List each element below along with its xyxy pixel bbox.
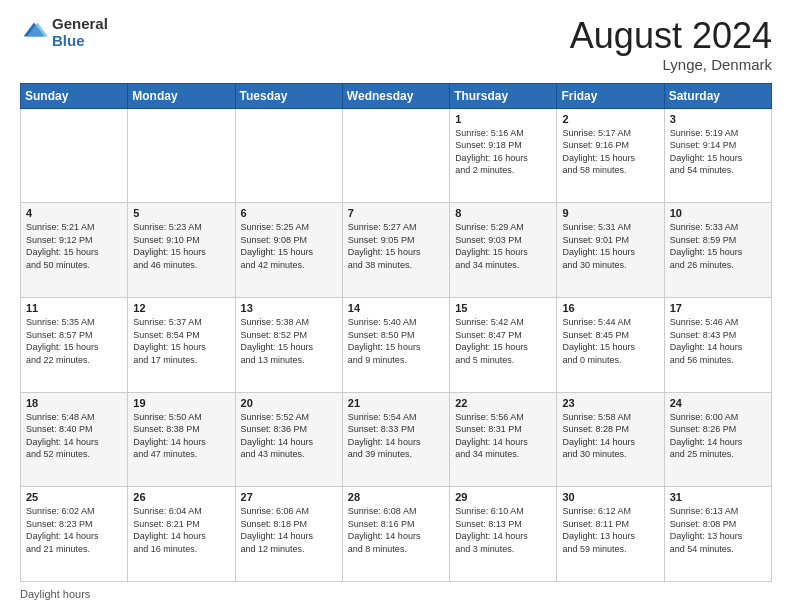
day-cell-3-4: 22Sunrise: 5:56 AM Sunset: 8:31 PM Dayli… bbox=[450, 392, 557, 487]
week-row-4: 25Sunrise: 6:02 AM Sunset: 8:23 PM Dayli… bbox=[21, 487, 772, 582]
header-wednesday: Wednesday bbox=[342, 83, 449, 108]
header-saturday: Saturday bbox=[664, 83, 771, 108]
day-info-1-6: Sunrise: 5:33 AM Sunset: 8:59 PM Dayligh… bbox=[670, 221, 766, 271]
day-number-2-0: 11 bbox=[26, 302, 122, 314]
day-number-2-5: 16 bbox=[562, 302, 658, 314]
day-cell-2-6: 17Sunrise: 5:46 AM Sunset: 8:43 PM Dayli… bbox=[664, 297, 771, 392]
day-number-1-3: 7 bbox=[348, 207, 444, 219]
week-row-3: 18Sunrise: 5:48 AM Sunset: 8:40 PM Dayli… bbox=[21, 392, 772, 487]
header-friday: Friday bbox=[557, 83, 664, 108]
day-cell-3-5: 23Sunrise: 5:58 AM Sunset: 8:28 PM Dayli… bbox=[557, 392, 664, 487]
day-number-3-1: 19 bbox=[133, 397, 229, 409]
day-info-2-6: Sunrise: 5:46 AM Sunset: 8:43 PM Dayligh… bbox=[670, 316, 766, 366]
logo-blue: Blue bbox=[52, 33, 108, 50]
day-info-4-3: Sunrise: 6:08 AM Sunset: 8:16 PM Dayligh… bbox=[348, 505, 444, 555]
header: General Blue August 2024 Lynge, Denmark bbox=[20, 16, 772, 73]
day-number-4-5: 30 bbox=[562, 491, 658, 503]
day-info-3-2: Sunrise: 5:52 AM Sunset: 8:36 PM Dayligh… bbox=[241, 411, 337, 461]
day-number-4-1: 26 bbox=[133, 491, 229, 503]
week-row-2: 11Sunrise: 5:35 AM Sunset: 8:57 PM Dayli… bbox=[21, 297, 772, 392]
day-cell-2-2: 13Sunrise: 5:38 AM Sunset: 8:52 PM Dayli… bbox=[235, 297, 342, 392]
day-number-4-0: 25 bbox=[26, 491, 122, 503]
day-number-3-6: 24 bbox=[670, 397, 766, 409]
day-cell-1-2: 6Sunrise: 5:25 AM Sunset: 9:08 PM Daylig… bbox=[235, 203, 342, 298]
day-number-2-3: 14 bbox=[348, 302, 444, 314]
day-cell-1-3: 7Sunrise: 5:27 AM Sunset: 9:05 PM Daylig… bbox=[342, 203, 449, 298]
day-info-1-1: Sunrise: 5:23 AM Sunset: 9:10 PM Dayligh… bbox=[133, 221, 229, 271]
day-number-4-4: 29 bbox=[455, 491, 551, 503]
day-cell-1-1: 5Sunrise: 5:23 AM Sunset: 9:10 PM Daylig… bbox=[128, 203, 235, 298]
header-monday: Monday bbox=[128, 83, 235, 108]
day-number-1-5: 9 bbox=[562, 207, 658, 219]
day-cell-3-2: 20Sunrise: 5:52 AM Sunset: 8:36 PM Dayli… bbox=[235, 392, 342, 487]
footer: Daylight hours bbox=[20, 588, 772, 600]
day-number-1-2: 6 bbox=[241, 207, 337, 219]
header-tuesday: Tuesday bbox=[235, 83, 342, 108]
day-info-1-3: Sunrise: 5:27 AM Sunset: 9:05 PM Dayligh… bbox=[348, 221, 444, 271]
calendar-table: Sunday Monday Tuesday Wednesday Thursday… bbox=[20, 83, 772, 582]
day-number-2-4: 15 bbox=[455, 302, 551, 314]
day-info-1-2: Sunrise: 5:25 AM Sunset: 9:08 PM Dayligh… bbox=[241, 221, 337, 271]
day-info-2-0: Sunrise: 5:35 AM Sunset: 8:57 PM Dayligh… bbox=[26, 316, 122, 366]
week-row-1: 4Sunrise: 5:21 AM Sunset: 9:12 PM Daylig… bbox=[21, 203, 772, 298]
day-cell-2-5: 16Sunrise: 5:44 AM Sunset: 8:45 PM Dayli… bbox=[557, 297, 664, 392]
day-info-0-5: Sunrise: 5:17 AM Sunset: 9:16 PM Dayligh… bbox=[562, 127, 658, 177]
day-info-2-2: Sunrise: 5:38 AM Sunset: 8:52 PM Dayligh… bbox=[241, 316, 337, 366]
day-cell-0-5: 2Sunrise: 5:17 AM Sunset: 9:16 PM Daylig… bbox=[557, 108, 664, 203]
day-info-3-1: Sunrise: 5:50 AM Sunset: 8:38 PM Dayligh… bbox=[133, 411, 229, 461]
day-info-2-4: Sunrise: 5:42 AM Sunset: 8:47 PM Dayligh… bbox=[455, 316, 551, 366]
day-info-2-5: Sunrise: 5:44 AM Sunset: 8:45 PM Dayligh… bbox=[562, 316, 658, 366]
day-cell-2-0: 11Sunrise: 5:35 AM Sunset: 8:57 PM Dayli… bbox=[21, 297, 128, 392]
day-info-0-4: Sunrise: 5:16 AM Sunset: 9:18 PM Dayligh… bbox=[455, 127, 551, 177]
day-cell-3-3: 21Sunrise: 5:54 AM Sunset: 8:33 PM Dayli… bbox=[342, 392, 449, 487]
day-cell-3-1: 19Sunrise: 5:50 AM Sunset: 8:38 PM Dayli… bbox=[128, 392, 235, 487]
logo: General Blue bbox=[20, 16, 108, 49]
day-cell-2-1: 12Sunrise: 5:37 AM Sunset: 8:54 PM Dayli… bbox=[128, 297, 235, 392]
day-info-1-5: Sunrise: 5:31 AM Sunset: 9:01 PM Dayligh… bbox=[562, 221, 658, 271]
day-info-0-6: Sunrise: 5:19 AM Sunset: 9:14 PM Dayligh… bbox=[670, 127, 766, 177]
day-cell-4-0: 25Sunrise: 6:02 AM Sunset: 8:23 PM Dayli… bbox=[21, 487, 128, 582]
day-info-4-6: Sunrise: 6:13 AM Sunset: 8:08 PM Dayligh… bbox=[670, 505, 766, 555]
day-number-1-1: 5 bbox=[133, 207, 229, 219]
day-info-3-3: Sunrise: 5:54 AM Sunset: 8:33 PM Dayligh… bbox=[348, 411, 444, 461]
day-cell-4-2: 27Sunrise: 6:06 AM Sunset: 8:18 PM Dayli… bbox=[235, 487, 342, 582]
day-cell-0-2 bbox=[235, 108, 342, 203]
day-number-3-2: 20 bbox=[241, 397, 337, 409]
day-number-3-4: 22 bbox=[455, 397, 551, 409]
page: General Blue August 2024 Lynge, Denmark … bbox=[0, 0, 792, 612]
day-info-1-4: Sunrise: 5:29 AM Sunset: 9:03 PM Dayligh… bbox=[455, 221, 551, 271]
day-info-3-5: Sunrise: 5:58 AM Sunset: 8:28 PM Dayligh… bbox=[562, 411, 658, 461]
day-info-2-1: Sunrise: 5:37 AM Sunset: 8:54 PM Dayligh… bbox=[133, 316, 229, 366]
day-cell-2-3: 14Sunrise: 5:40 AM Sunset: 8:50 PM Dayli… bbox=[342, 297, 449, 392]
day-number-2-6: 17 bbox=[670, 302, 766, 314]
day-info-2-3: Sunrise: 5:40 AM Sunset: 8:50 PM Dayligh… bbox=[348, 316, 444, 366]
day-cell-1-6: 10Sunrise: 5:33 AM Sunset: 8:59 PM Dayli… bbox=[664, 203, 771, 298]
day-info-4-5: Sunrise: 6:12 AM Sunset: 8:11 PM Dayligh… bbox=[562, 505, 658, 555]
daylight-hours-label: Daylight hours bbox=[20, 588, 90, 600]
week-row-0: 1Sunrise: 5:16 AM Sunset: 9:18 PM Daylig… bbox=[21, 108, 772, 203]
day-cell-0-4: 1Sunrise: 5:16 AM Sunset: 9:18 PM Daylig… bbox=[450, 108, 557, 203]
header-thursday: Thursday bbox=[450, 83, 557, 108]
calendar-subtitle: Lynge, Denmark bbox=[570, 56, 772, 73]
day-number-4-6: 31 bbox=[670, 491, 766, 503]
day-number-0-5: 2 bbox=[562, 113, 658, 125]
day-number-0-6: 3 bbox=[670, 113, 766, 125]
day-cell-1-0: 4Sunrise: 5:21 AM Sunset: 9:12 PM Daylig… bbox=[21, 203, 128, 298]
day-cell-2-4: 15Sunrise: 5:42 AM Sunset: 8:47 PM Dayli… bbox=[450, 297, 557, 392]
day-number-4-3: 28 bbox=[348, 491, 444, 503]
day-cell-0-6: 3Sunrise: 5:19 AM Sunset: 9:14 PM Daylig… bbox=[664, 108, 771, 203]
day-cell-1-5: 9Sunrise: 5:31 AM Sunset: 9:01 PM Daylig… bbox=[557, 203, 664, 298]
day-cell-0-1 bbox=[128, 108, 235, 203]
day-info-3-4: Sunrise: 5:56 AM Sunset: 8:31 PM Dayligh… bbox=[455, 411, 551, 461]
day-number-1-0: 4 bbox=[26, 207, 122, 219]
day-cell-4-5: 30Sunrise: 6:12 AM Sunset: 8:11 PM Dayli… bbox=[557, 487, 664, 582]
day-info-3-0: Sunrise: 5:48 AM Sunset: 8:40 PM Dayligh… bbox=[26, 411, 122, 461]
day-info-4-0: Sunrise: 6:02 AM Sunset: 8:23 PM Dayligh… bbox=[26, 505, 122, 555]
day-number-3-5: 23 bbox=[562, 397, 658, 409]
title-block: August 2024 Lynge, Denmark bbox=[570, 16, 772, 73]
day-number-4-2: 27 bbox=[241, 491, 337, 503]
day-cell-4-4: 29Sunrise: 6:10 AM Sunset: 8:13 PM Dayli… bbox=[450, 487, 557, 582]
day-cell-3-0: 18Sunrise: 5:48 AM Sunset: 8:40 PM Dayli… bbox=[21, 392, 128, 487]
day-cell-3-6: 24Sunrise: 6:00 AM Sunset: 8:26 PM Dayli… bbox=[664, 392, 771, 487]
logo-icon bbox=[20, 19, 48, 47]
